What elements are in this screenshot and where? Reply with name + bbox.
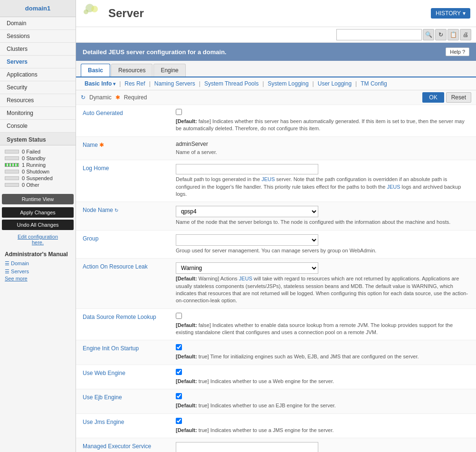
edit-config-link[interactable]: Edit configurationhere. xyxy=(0,232,76,247)
field-desc-1: Name of a server. xyxy=(176,149,471,156)
top-bar: Server HISTORY ▾ xyxy=(76,0,476,27)
status-row-running: 1 Running xyxy=(5,162,71,168)
field-content-10: [Default: true] Indicates whether to use… xyxy=(171,414,476,438)
field-label-9: Use Ejb Engine xyxy=(76,389,171,414)
see-more-link[interactable]: See more xyxy=(5,276,28,281)
sidebar-item-clusters[interactable]: Clusters xyxy=(0,43,76,56)
field-label-5: Action On Resource Leak xyxy=(76,259,171,309)
export-button[interactable]: 📋 xyxy=(447,29,459,40)
help-button[interactable]: Help ? xyxy=(446,48,469,56)
input-text-2[interactable] xyxy=(176,164,318,174)
required-icon: ✱ xyxy=(115,94,120,101)
checkbox-10[interactable] xyxy=(176,418,182,424)
field-desc-7: [Default: true] Time for initializing en… xyxy=(176,353,471,360)
input-text-11[interactable] xyxy=(176,442,318,452)
form-row-7: Engine Init On Startup[Default: true] Ti… xyxy=(76,340,476,365)
sidebar-item-monitoring[interactable]: Monitoring xyxy=(0,107,76,120)
field-desc-2: Default path to logs generated in the JE… xyxy=(176,176,471,198)
field-label-4: Group xyxy=(76,230,171,258)
history-button[interactable]: HISTORY ▾ xyxy=(431,8,470,19)
sidebar-item-servers[interactable]: Servers xyxy=(0,56,76,68)
sidebar-domain-label[interactable]: domain1 xyxy=(0,0,76,17)
checkbox-0[interactable] xyxy=(176,109,182,115)
dynamic-label: Dynamic xyxy=(89,94,112,101)
field-content-2: Default path to logs generated in the JE… xyxy=(171,160,476,202)
checkbox-6[interactable] xyxy=(176,313,182,319)
action-bar: ↻ Dynamic ✱ Required OK Reset xyxy=(76,90,476,105)
checkbox-9[interactable] xyxy=(176,393,182,399)
sidebar-item-sessions[interactable]: Sessions xyxy=(0,30,76,43)
print-button[interactable]: 🖨 xyxy=(460,29,471,40)
sidebar-item-domain[interactable]: Domain xyxy=(0,17,76,30)
admin-manual-title: Administrator's Manual xyxy=(5,251,71,258)
field-content-8: [Default: true] Indicates whether to use… xyxy=(171,365,476,389)
main-content: Server HISTORY ▾ 🔍 ↻ 📋 🖨 Detailed JEUS s… xyxy=(76,0,476,452)
sub-nav-item-system-logging[interactable]: System Logging xyxy=(264,80,313,87)
description-bar: Detailed JEUS server configuration for a… xyxy=(76,43,476,61)
admin-link-domain[interactable]: ☰ Domain xyxy=(5,260,71,268)
reset-button[interactable]: Reset xyxy=(446,92,471,103)
field-label-0: Auto Generated xyxy=(76,105,171,136)
sub-nav-item-naming-servers[interactable]: Naming Servers xyxy=(151,80,199,87)
field-content-11: Export name of managed-executor-service … xyxy=(171,438,476,452)
top-bar-right: HISTORY ▾ xyxy=(431,8,470,19)
status-row-standby: 0 Standby xyxy=(5,155,71,162)
field-desc-5: [Default: Warning] Actions JEUS will tak… xyxy=(176,275,471,305)
sub-nav-item-basic-info[interactable]: Basic Info xyxy=(81,80,119,87)
checkbox-7[interactable] xyxy=(176,344,182,350)
tab-engine[interactable]: Engine xyxy=(153,64,185,77)
form-row-11: Managed Executor ServiceExport name of m… xyxy=(76,438,476,452)
top-bar-left: Server xyxy=(82,3,144,24)
dynamic-icon: ↻ xyxy=(81,94,86,101)
field-content-5: Warning[Default: Warning] Actions JEUS w… xyxy=(171,259,476,309)
status-row-failed: 0 Failed xyxy=(5,148,71,155)
field-label-11: Managed Executor Service xyxy=(76,438,171,452)
field-label-8: Use Web Engine xyxy=(76,365,171,389)
system-status-section: 0 Failed0 Standby1 Running0 Shutdown0 Su… xyxy=(0,145,76,191)
sub-nav-item-system-thread-pools[interactable]: System Thread Pools xyxy=(200,80,263,87)
search-row: 🔍 ↻ 📋 🖨 xyxy=(76,27,476,43)
sub-nav-item-res-ref[interactable]: Res Ref xyxy=(121,80,149,87)
field-label-10: Use Jms Engine xyxy=(76,414,171,438)
sidebar-item-security[interactable]: Security xyxy=(0,81,76,94)
refresh-button[interactable]: ↻ xyxy=(435,29,447,40)
form-row-5: Action On Resource LeakWarning[Default: … xyxy=(76,259,476,309)
sub-nav-item-tm-config[interactable]: TM Config xyxy=(357,80,390,87)
field-label-7: Engine Init On Startup xyxy=(76,340,171,365)
sub-nav-item-user-logging[interactable]: User Logging xyxy=(314,80,355,87)
form-row-10: Use Jms Engine[Default: true] Indicates … xyxy=(76,414,476,438)
admin-link-servers[interactable]: ☰ Servers xyxy=(5,268,71,276)
apply-changes-button[interactable]: Apply Changes xyxy=(2,207,74,218)
status-row-shutdown: 0 Shutdown xyxy=(5,168,71,175)
ok-button[interactable]: OK xyxy=(422,92,444,103)
edit-config-anchor[interactable]: Edit configurationhere. xyxy=(18,234,58,245)
form-table: Auto Generated[Default: false] Indicates… xyxy=(76,105,476,452)
sidebar-item-resources[interactable]: Resources xyxy=(0,94,76,107)
node-icon-3[interactable]: ↻ xyxy=(114,208,118,213)
field-value-1: adminServer xyxy=(176,141,471,147)
field-content-0: [Default: false] Indicates whether this … xyxy=(171,105,476,136)
main-tabs: BasicResourcesEngine xyxy=(76,61,476,77)
field-content-3: qpsp4Name of the node that the server be… xyxy=(171,202,476,230)
select-3[interactable]: qpsp4 xyxy=(176,206,318,217)
runtime-view-button[interactable]: Runtime View xyxy=(2,194,74,204)
sidebar-item-applications[interactable]: Applications xyxy=(0,68,76,81)
field-label-1: Name ✱ xyxy=(76,136,171,160)
field-content-1: adminServerName of a server. xyxy=(171,136,476,160)
form-row-0: Auto Generated[Default: false] Indicates… xyxy=(76,105,476,136)
sidebar-item-console[interactable]: Console xyxy=(0,120,76,133)
undo-changes-button[interactable]: Undo All Changes xyxy=(2,220,74,230)
form-row-2: Log HomeDefault path to logs generated i… xyxy=(76,160,476,202)
required-star-1: ✱ xyxy=(99,142,104,148)
history-label: HISTORY xyxy=(436,10,461,17)
form-row-8: Use Web Engine[Default: true] Indicates … xyxy=(76,365,476,389)
tab-basic[interactable]: Basic xyxy=(81,64,110,77)
select-4[interactable] xyxy=(176,234,318,246)
tab-resources[interactable]: Resources xyxy=(111,64,152,77)
field-content-6: [Default: false] Indicates whether to en… xyxy=(171,308,476,340)
search-button[interactable]: 🔍 xyxy=(423,29,434,40)
admin-manual-section: Administrator's Manual ☰ Domain☰ Servers… xyxy=(0,247,76,287)
checkbox-8[interactable] xyxy=(176,369,182,375)
select-5[interactable]: Warning xyxy=(176,262,318,274)
search-input[interactable] xyxy=(336,29,422,40)
